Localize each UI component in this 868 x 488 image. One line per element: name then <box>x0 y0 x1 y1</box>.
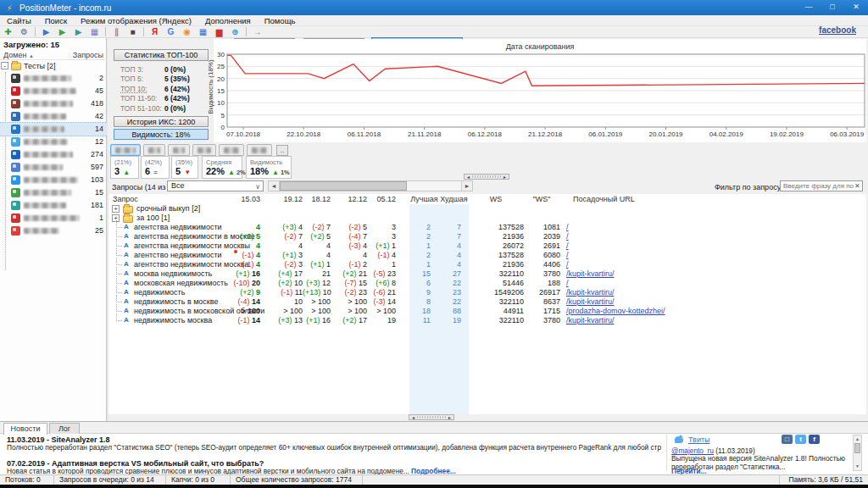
query-row[interactable]: Aмосква недвижимость(+1) 16(+4) 1721(+2)… <box>108 269 866 279</box>
tab-overflow-button[interactable]: .. <box>276 145 288 156</box>
domain-column-header[interactable]: Домен <box>3 51 26 59</box>
landing-url-link[interactable]: /kupit-kvartiru/ <box>566 316 615 324</box>
close-button[interactable]: ✕ <box>844 0 868 15</box>
stop-icon[interactable]: ■ <box>125 26 140 37</box>
top100-stats-button[interactable]: Статистика ТОП-100 <box>114 49 209 61</box>
query-row[interactable]: Aнедвижимость в москве(-4) 1410> 100> 10… <box>108 297 866 307</box>
check-positions-icon[interactable]: ▶ <box>39 26 53 37</box>
scroll-up-icon[interactable]: ▲ <box>854 435 861 443</box>
landing-url-link[interactable]: /prodazha-domov-kottedzhei/ <box>566 307 665 315</box>
domain-item-3[interactable]: 42 <box>0 110 107 123</box>
table-header[interactable]: Запрос15.0319.1218.1212.1205.12ЛучшаяХуд… <box>108 194 866 204</box>
queries-column-header[interactable]: Запросы <box>73 51 103 59</box>
column-header-0[interactable]: Запрос <box>113 195 138 203</box>
domain-item-1[interactable]: 45 <box>0 85 107 97</box>
chart-splitter-handle[interactable]: ◄► <box>464 174 509 180</box>
landing-url-link[interactable]: /kupit-kvartiru/ <box>566 288 615 297</box>
rambler-icon[interactable]: ▦ <box>196 26 210 37</box>
column-header-7[interactable]: Худшая <box>439 195 469 203</box>
landing-url-link[interactable]: / <box>566 251 569 259</box>
landing-url-link[interactable]: / <box>566 260 569 269</box>
twitter-button[interactable]: t <box>795 435 806 444</box>
domain-item-12[interactable]: 25 <box>0 225 107 237</box>
group-filter-select[interactable]: Все∨ <box>167 180 264 191</box>
engine-tab-4[interactable] <box>219 144 244 156</box>
minimize-button[interactable]: — <box>797 0 821 15</box>
instagram-button[interactable]: □ <box>782 435 793 444</box>
exit-icon[interactable]: → <box>250 26 264 37</box>
tweets-link[interactable]: Твиты <box>688 435 710 444</box>
news-scrollbar[interactable]: ▲ ▼ <box>853 435 862 471</box>
group-row[interactable]: +за 100 [1] <box>108 214 866 223</box>
mail-icon[interactable]: ◉ <box>180 26 194 37</box>
query-row[interactable]: Aнедвижимость в московской области> 100>… <box>108 307 866 316</box>
query-row[interactable]: Aнедвижимость москва(-1) 14(+3) 13(+1) 1… <box>108 316 866 325</box>
query-row[interactable]: Aагентство недвижимости москва(-1) 4(-2)… <box>108 260 866 269</box>
domain-item-0[interactable]: 2 <box>0 72 107 85</box>
landing-url-link[interactable]: / <box>566 232 569 241</box>
column-header-9[interactable]: "WS" <box>523 195 560 203</box>
column-header-2[interactable]: 19.12 <box>260 195 303 203</box>
scroll-left-icon[interactable]: ◄ <box>269 181 280 191</box>
web-icon[interactable]: ⊕ <box>228 26 242 37</box>
menu-item-2[interactable]: Режим отображения (Яндекс) <box>74 16 198 25</box>
expander-icon[interactable]: - <box>1 62 8 69</box>
domain-item-8[interactable]: 103 <box>0 174 107 186</box>
stats-icon[interactable]: ▆ <box>212 26 226 37</box>
add-site-icon[interactable]: ✚ <box>1 26 15 37</box>
landing-url-link[interactable]: / <box>566 241 569 250</box>
landing-url-link[interactable]: /kupit-kvartiru/ <box>566 269 615 278</box>
query-row[interactable]: Aагентства недвижимости4(+3) 4(-2) 7(-2)… <box>108 223 866 232</box>
group-row[interactable]: +срочный выкуп [2] <box>108 204 866 214</box>
check-selected-icon[interactable]: ▶ <box>71 26 86 37</box>
engine-tab-1[interactable] <box>143 144 165 156</box>
column-header-4[interactable]: 12.12 <box>331 195 367 203</box>
query-row[interactable]: Aагентства недвижимости в москве(+2) 5(-… <box>108 232 866 241</box>
engine-tab-5[interactable] <box>247 144 272 156</box>
maximize-button[interactable]: □ <box>821 0 844 15</box>
column-header-1[interactable]: 15.03 <box>231 195 260 203</box>
check-new-icon[interactable]: ▶ <box>55 26 70 37</box>
news-scrollbar-thumb[interactable] <box>854 443 860 453</box>
domain-item-2[interactable]: 418 <box>0 97 107 110</box>
landing-url-link[interactable]: / <box>566 279 569 287</box>
column-header-6[interactable]: Лучшая <box>409 195 439 203</box>
domain-item-6[interactable]: 274 <box>0 148 107 161</box>
column-header-3[interactable]: 18.12 <box>303 195 331 203</box>
engine-tab-2[interactable] <box>168 144 190 156</box>
pause-icon[interactable]: ∥ <box>109 26 124 37</box>
column-header-8[interactable]: WS <box>468 195 524 203</box>
expander-icon[interactable]: + <box>112 205 120 213</box>
domain-item-9[interactable]: 15 <box>0 186 107 199</box>
engine-tab-0[interactable] <box>110 144 141 156</box>
tools-icon[interactable]: ⚙ <box>17 26 31 37</box>
menu-item-3[interactable]: Дополнения <box>198 16 258 25</box>
domain-item-7[interactable]: 597 <box>0 161 107 174</box>
scrollbar-thumb[interactable] <box>280 181 407 191</box>
landing-url-link[interactable]: / <box>566 223 569 231</box>
menu-item-0[interactable]: Сайты <box>0 16 38 25</box>
scroll-right-icon[interactable]: ► <box>461 181 472 191</box>
tree-root-folder[interactable]: - Тесты [2] <box>0 59 107 72</box>
scroll-down-icon[interactable]: ▼ <box>854 463 861 470</box>
menu-item-4[interactable]: Помощь <box>258 16 303 25</box>
domain-item-4[interactable]: 14 <box>0 123 107 136</box>
menu-item-1[interactable]: Поиск <box>38 16 74 25</box>
window-titlebar[interactable]: ⚡ PositionMeter - incom.ru — □ ✕ <box>0 0 868 15</box>
account-link[interactable]: @majento_ru <box>671 446 714 455</box>
domain-item-5[interactable]: 12 <box>0 136 107 148</box>
column-header-10[interactable]: Посадочный URL <box>573 195 635 203</box>
query-row[interactable]: Aмосковская недвижимость(-10) 20(+2) 10(… <box>108 279 866 288</box>
query-row[interactable]: Aагентства недвижимости москвы444(-3) 4(… <box>108 241 866 251</box>
query-row[interactable]: Aагентство недвижимости(-1) 4(+1) 344(-1… <box>108 251 866 260</box>
domain-item-11[interactable]: 1 <box>0 212 107 225</box>
query-row[interactable]: Aнедвижимость(+2) 9(-1) 11(+13) 10(-2) 2… <box>108 288 866 297</box>
landing-url-link[interactable]: /kupit-kvartiru/ <box>566 297 615 306</box>
news-tab-1[interactable]: Лог <box>49 423 80 434</box>
engine-tab-3[interactable] <box>192 144 216 156</box>
visibility-button[interactable]: Видимость: 18% <box>114 129 209 140</box>
google-icon[interactable]: G <box>164 26 178 37</box>
yandex-icon[interactable]: Я <box>147 26 162 37</box>
iks-history-button[interactable]: История ИКС: 1200 <box>114 116 209 127</box>
domain-item-10[interactable]: 181 <box>0 199 107 212</box>
